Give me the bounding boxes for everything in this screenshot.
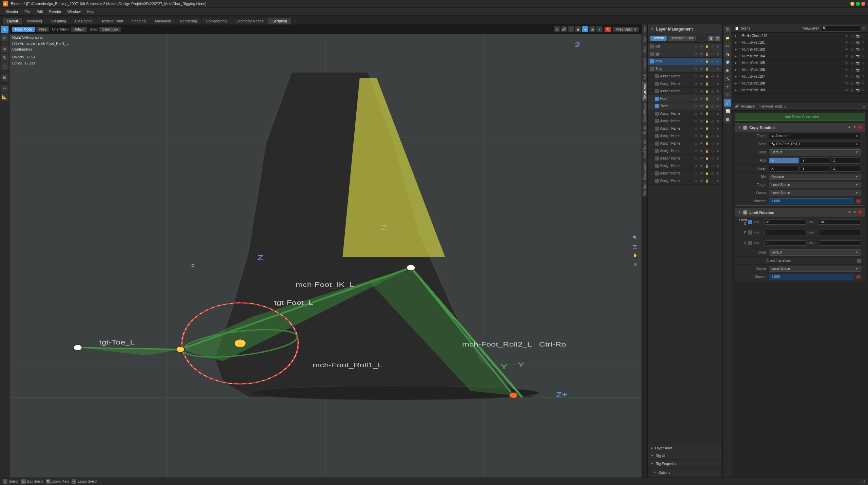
grid-button[interactable]: ⊞	[631, 261, 639, 268]
pose-options-button[interactable]: Pose Options	[613, 27, 639, 32]
close-button[interactable]	[861, 2, 865, 6]
hand-button[interactable]: ✋	[631, 252, 639, 259]
prop-tab-render[interactable]: 🎬	[724, 26, 731, 33]
target-clear[interactable]: ✕	[856, 134, 859, 138]
prop-tab-particles[interactable]: ✦	[724, 83, 731, 90]
layer-tmp-icon-e[interactable]: ⊕	[715, 67, 720, 71]
influence-slider-1[interactable]: 1.000	[769, 198, 853, 204]
bone-name[interactable]: Ctrl-Foot_Roll_L	[776, 142, 855, 146]
layer-assign-4[interactable]: Assign Name ⊙ 👁 🔒 ◇ ⊕	[648, 110, 722, 117]
prop-tab-scene[interactable]: 🎭	[724, 50, 731, 58]
limit-z-max-field[interactable]: 0°	[819, 240, 861, 246]
layer-mch-icon-d[interactable]: ◇	[710, 59, 715, 64]
constraint-visibility-limit[interactable]: 👁	[847, 210, 852, 215]
select-tool-status[interactable]: ↖ Select	[3, 479, 18, 484]
prop-tab-output[interactable]: 📁	[724, 34, 731, 41]
target-space-dropdown[interactable]: Local Space ▼	[769, 182, 861, 188]
layer-assign-1[interactable]: Assign Name ⊙ 👁 🔒 ◇ ⊕	[648, 73, 722, 80]
layer-tool-1[interactable]: 🗑	[708, 36, 714, 41]
x-close-button[interactable]: X	[605, 27, 611, 32]
layer-mch-icon-a[interactable]: ⊙	[694, 59, 698, 64]
limit-y-max-field[interactable]: 0°	[819, 230, 861, 235]
menu-edit[interactable]: Edit	[34, 9, 46, 14]
tab-rename[interactable]: Rename	[642, 182, 647, 197]
box-select-tool-status[interactable]: ⊡ Box Select	[21, 479, 43, 484]
prop-tab-constraints[interactable]: 🔗	[724, 99, 731, 107]
layer-assign-12[interactable]: Assign Name ⊙ 👁 🔒 ◇ ⊕	[648, 170, 722, 177]
camera-button[interactable]: 📷	[631, 243, 639, 250]
tab-layout[interactable]: Layout	[3, 18, 22, 24]
layer-torso[interactable]: Torso ⊙ 👁 🔒 ◇ ⊕	[648, 102, 722, 110]
viewport-shading-rendered[interactable]: ●	[596, 26, 603, 32]
limit-x-checkbox[interactable]	[748, 220, 752, 224]
deformer-filter-button[interactable]: Deformer Filter	[668, 36, 696, 41]
tab-bone-layers[interactable]: Bone Layers	[642, 161, 647, 182]
order-dropdown[interactable]: Default ▼	[769, 149, 861, 155]
constraint-expand-arrow-copy[interactable]: ▼	[853, 125, 856, 130]
constraint-expand-copy[interactable]: ▼	[738, 126, 741, 129]
outliner-item-nurbs102[interactable]: ▶ ◜ NurbsPath.102 👁 ◎ 📷 ▽	[732, 46, 868, 53]
scale-tool-button[interactable]: ⤡	[1, 62, 8, 70]
influence-del-1[interactable]: ✕	[856, 199, 861, 204]
limit-order-dropdown[interactable]: Default ▼	[769, 249, 861, 256]
layer-group-tmp[interactable]: Tmp ⊙ 👁 🔒 ◇ ⊕	[648, 65, 722, 73]
menu-render[interactable]: Render	[46, 9, 64, 14]
layer-assign-11[interactable]: Assign Name ⊙ 👁 🔒 ◇ ⊕	[648, 162, 722, 170]
affect-transform-checkbox[interactable]	[857, 259, 861, 263]
menu-window[interactable]: Window	[65, 9, 83, 14]
layer-mch-icon-c[interactable]: 🔒	[705, 59, 709, 64]
target-armature[interactable]: Armature	[775, 134, 855, 138]
constraint-expand-arrow-limit[interactable]: ▼	[853, 210, 856, 215]
owner-space-dropdown[interactable]: Local Space ▼	[769, 190, 861, 196]
constraint-visibility-copy[interactable]: 👁	[847, 125, 852, 130]
menu-blender[interactable]: Blender	[3, 9, 21, 14]
outliner-item-nurbs101[interactable]: ▶ ◜ NurbsPath.101 👁 ◎ 📷 ▽	[732, 39, 868, 46]
rig-properties-header[interactable]: ▼ Rig Properties ⋯	[648, 460, 722, 467]
limit-z-checkbox[interactable]	[748, 241, 752, 245]
transform-tool-button[interactable]: ⊞	[1, 74, 8, 81]
layer-tmp-icon-d[interactable]: ◇	[710, 67, 715, 71]
tab-item[interactable]: Item	[642, 24, 647, 35]
layer-icon-c[interactable]: 🔒	[705, 44, 709, 49]
layer-assign-13[interactable]: Assign Name ⊙ 👁 🔒 ◇ ⊕	[648, 177, 722, 185]
viewport-icon-1[interactable]: ⊕	[554, 26, 560, 32]
layer-icon-d[interactable]: ◇	[710, 44, 715, 49]
layer-tgt-icon-a[interactable]: ⊙	[694, 52, 698, 56]
assign-check-2[interactable]	[655, 82, 659, 86]
layer-tgt-icon-e[interactable]: ⊕	[715, 52, 720, 56]
vis-select-1[interactable]: ◎	[850, 34, 854, 38]
limit-x-min-field[interactable]: 0°	[764, 219, 807, 225]
add-workspace-button[interactable]: +	[292, 18, 298, 24]
tab-animation-side[interactable]: Animation	[642, 55, 647, 72]
assign-check-3[interactable]	[655, 89, 659, 93]
outliner-item-bezier[interactable]: ▶ ◜ BezierCircle.012 👁 ◎ 📷 ▽	[732, 33, 868, 39]
prop-tab-object[interactable]: ⬟	[724, 67, 731, 74]
limit-z-min-field[interactable]: 0°	[764, 240, 807, 246]
outliner-item-nurbs106[interactable]: ▶ ◜ NurbsPath.106 👁 ◎ 📷 ▽	[732, 67, 868, 73]
rig-ui-header[interactable]: ▼ Rig UI ⋯	[648, 452, 722, 460]
invert-y-button[interactable]: Y	[800, 166, 830, 172]
tab-edit-side[interactable]: Edit	[642, 72, 647, 82]
layer-assign-7[interactable]: Assign Name ⊙ 👁 🔒 ◇ ⊕	[648, 132, 722, 140]
viewport-shading-solid[interactable]: ●	[582, 26, 588, 32]
group-tgt-checkbox[interactable]	[650, 52, 654, 56]
prop-tab-physics[interactable]: ⚛	[724, 91, 731, 98]
tab-retopology[interactable]: Retopology	[642, 82, 647, 101]
viewport-icon-4[interactable]: ◼	[575, 26, 581, 32]
axis-x-button[interactable]: X	[769, 157, 799, 164]
cursor-tool-button[interactable]: ⊕	[1, 34, 8, 42]
layer-icon-a[interactable]: ⊙	[694, 44, 698, 49]
axis-y-button[interactable]: Y	[800, 157, 830, 164]
root-check[interactable]	[655, 97, 659, 101]
annotate-tool-button[interactable]: ✏	[1, 85, 8, 92]
assign-check-1[interactable]	[655, 74, 659, 78]
3d-scene[interactable]: Z Y Z+ Z Y 2 mch-Foot_IK_L tgt-Foot_L tg…	[9, 24, 642, 478]
viewport-icon-3[interactable]: ◻	[568, 26, 574, 32]
layer-assign-8[interactable]: Assign Name ⊙ 👁 🔒 ◇ ⊕	[648, 140, 722, 147]
pose-button[interactable]: Pose	[36, 27, 50, 32]
tab-speedretopo[interactable]: SpeedRetopo	[642, 101, 647, 124]
invert-x-button[interactable]: X	[769, 166, 799, 172]
constraint-delete-copy[interactable]: ✕	[857, 125, 862, 130]
viewport-shading-material[interactable]: ◑	[589, 26, 595, 32]
constraint-expand-limit[interactable]: ▼	[738, 210, 741, 214]
